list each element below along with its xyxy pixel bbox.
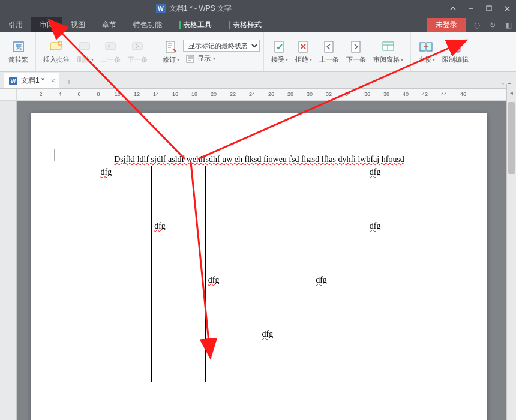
comment-delete-icon [78, 40, 92, 54]
ruler-tick: 4 [58, 91, 61, 97]
skin-icon[interactable]: ◧ [500, 17, 516, 33]
ribbon: 繁 简转繁 ✦ 插入批注 删除▾ 上一条 下一条 修订▾ 显示标记的最终状态 [0, 32, 516, 72]
lock-icon [448, 40, 463, 54]
minimize-button[interactable] [462, 0, 480, 17]
document-viewport[interactable]: Dsjfkl ldlf sjdlf asldf wehlfsdhf uw eh … [0, 101, 506, 420]
ruler-tick: 8 [97, 91, 100, 97]
chevron-up-icon[interactable] [444, 0, 462, 17]
revise-button[interactable]: 修订▾ [159, 34, 183, 70]
menu-view[interactable]: 视图 [62, 17, 94, 32]
vertical-scrollbar[interactable] [506, 101, 516, 420]
window-title: 文档1 * - WPS 文字 [169, 4, 232, 14]
accept-icon [272, 40, 287, 54]
review-pane-icon [381, 40, 395, 54]
refresh-icon[interactable]: ↻ [485, 17, 500, 33]
menu-chapter[interactable]: 章节 [94, 17, 125, 32]
ruler-tick: 24 [249, 91, 255, 97]
menubar: 引用 审阅 视图 章节 特色功能 表格工具 表格样式 未登录 ◌ ↻ ◧ [0, 17, 516, 32]
show-icon [185, 54, 195, 64]
page: Dsjfkl ldlf sjdlf asldf wehlfsdhf uw eh … [31, 113, 487, 420]
translate-icon: 繁 [11, 40, 26, 54]
doctab-bar: W 文档1 * × ＋ ▫ ▾ [0, 72, 516, 89]
side-collapse-icon[interactable]: ◂ [506, 84, 516, 101]
ruler-tick: 40 [403, 91, 409, 97]
ruler-tick: 32 [326, 91, 332, 97]
ruler-tick: 14 [153, 91, 159, 97]
ruler-tick: 28 [287, 91, 293, 97]
ruler: 2468101214161820222426283032343638404244… [0, 89, 516, 101]
svg-text:✦: ✦ [58, 41, 62, 46]
ruler-tick: 38 [383, 91, 389, 97]
scrollbar-thumb[interactable] [508, 102, 515, 174]
vertical-ruler [0, 101, 17, 420]
ruler-tick: 30 [307, 91, 313, 97]
compare-icon [419, 40, 434, 54]
ruler-tick: 10 [115, 91, 121, 97]
revise-icon [164, 40, 178, 54]
comment-prev-icon [104, 40, 118, 54]
tab-menu-icon[interactable]: ▫ [502, 80, 504, 88]
close-button[interactable] [498, 0, 516, 17]
comment-next-icon [131, 40, 145, 54]
compare-button[interactable]: 比较▾ [415, 34, 439, 70]
menu-table-style[interactable]: 表格样式 [220, 17, 270, 32]
ruler-tick: 12 [134, 91, 140, 97]
delete-comment-button[interactable]: 删除▾ [73, 34, 97, 70]
ruler-tick: 18 [191, 91, 197, 97]
globe-icon[interactable]: ◌ [469, 17, 485, 33]
close-tab-icon[interactable]: × [51, 77, 55, 85]
ruler-tick: 22 [230, 91, 236, 97]
svg-text:繁: 繁 [15, 43, 22, 50]
login-button[interactable]: 未登录 [427, 18, 466, 32]
ruler-tick: 2 [39, 91, 42, 97]
menu-table-tools[interactable]: 表格工具 [170, 17, 220, 32]
table-row: dfg dfg [98, 274, 421, 328]
ruler-tick: 46 [460, 91, 466, 97]
document-table[interactable]: dfg dfg dfg dfg dfg dfg dfg [98, 166, 421, 382]
new-tab-button[interactable]: ＋ [62, 75, 76, 88]
svg-rect-14 [352, 41, 360, 52]
menu-review[interactable]: 审阅 [31, 17, 62, 32]
svg-rect-15 [383, 42, 394, 50]
svg-rect-6 [80, 43, 89, 50]
prev-comment-button[interactable]: 上一条 [97, 34, 124, 70]
ruler-tick: 6 [77, 91, 80, 97]
menu-special[interactable]: 特色功能 [125, 17, 170, 32]
insert-comment-button[interactable]: ✦ 插入批注 [40, 34, 73, 70]
ruler-tick: 26 [268, 91, 274, 97]
titlebar: W 文档1 * - WPS 文字 [0, 0, 516, 17]
simp-trad-button[interactable]: 繁 简转繁 [5, 34, 32, 70]
doc-tab[interactable]: W 文档1 * × [4, 73, 59, 88]
ruler-tick: 16 [172, 91, 178, 97]
app-icon: W [156, 4, 166, 13]
show-markup-button[interactable]: 显示▾ [183, 53, 260, 65]
ruler-tick: 20 [211, 91, 217, 97]
maximize-button[interactable] [480, 0, 498, 17]
markup-state-select[interactable]: 显示标记的最终状态 [183, 40, 260, 52]
accept-button[interactable]: 接受▾ [268, 34, 292, 70]
table-row: dfg dfg [98, 220, 421, 274]
reject-button[interactable]: 拒绝▾ [292, 34, 316, 70]
doc-tab-name: 文档1 * [21, 76, 44, 86]
review-pane-button[interactable]: 审阅窗格▾ [370, 34, 407, 70]
menu-reference[interactable]: 引用 [0, 17, 31, 32]
table-row: dfg dfg [98, 166, 421, 220]
ruler-tick: 44 [441, 91, 447, 97]
doc-icon: W [9, 77, 17, 85]
ruler-tick: 42 [422, 91, 428, 97]
ruler-tick: 36 [364, 91, 370, 97]
next-change-icon [349, 40, 364, 54]
next-comment-button[interactable]: 下一条 [124, 34, 151, 70]
next-change-button[interactable]: 下一条 [343, 34, 370, 70]
restrict-edit-button[interactable]: 限制编辑 [439, 34, 472, 70]
ruler-tick: 34 [345, 91, 351, 97]
paragraph-text[interactable]: Dsjfkl ldlf sjdlf asldf wehlfsdhf uw eh … [55, 155, 463, 164]
svg-rect-13 [325, 41, 333, 52]
svg-rect-9 [166, 41, 175, 52]
comment-new-icon: ✦ [49, 40, 64, 54]
svg-rect-8 [133, 43, 142, 50]
svg-rect-11 [275, 41, 283, 52]
prev-change-button[interactable]: 上一条 [316, 34, 343, 70]
svg-rect-7 [106, 43, 115, 50]
svg-rect-21 [455, 47, 460, 52]
